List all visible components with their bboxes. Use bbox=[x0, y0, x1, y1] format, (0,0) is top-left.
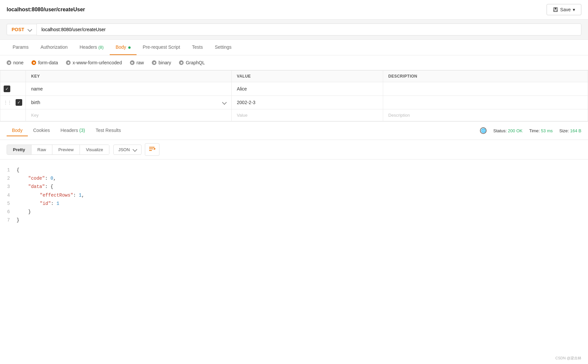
code-content-3: "data": { bbox=[17, 183, 53, 191]
response-status-bar: 🌐 Status: 200 OK Time: 53 ms Size: 164 B bbox=[480, 127, 581, 134]
url-bar: POST bbox=[0, 20, 588, 40]
radio-none[interactable]: none bbox=[7, 60, 24, 65]
code-line-2: 2 "code": 0, bbox=[3, 174, 585, 183]
tab-settings[interactable]: Settings bbox=[209, 40, 238, 55]
code-line-7: 7 } bbox=[3, 216, 585, 224]
placeholder-desc[interactable]: Description bbox=[383, 109, 588, 121]
row2-desc-cell[interactable] bbox=[383, 96, 588, 109]
row2-key-cell[interactable]: birth bbox=[26, 96, 232, 109]
row2-dropdown-icon[interactable] bbox=[222, 100, 226, 105]
tab-tests[interactable]: Tests bbox=[186, 40, 209, 55]
save-button[interactable]: Save ▾ bbox=[547, 4, 581, 15]
footer: CSDN @梁吉林 bbox=[556, 356, 581, 361]
row1-desc-cell[interactable] bbox=[383, 82, 588, 96]
tab-body[interactable]: Body bbox=[110, 40, 137, 55]
body-type-row: none form-data x-www-form-urlencoded raw… bbox=[0, 55, 588, 70]
status-label: Status: 200 OK bbox=[493, 128, 522, 133]
row1-checkbox-cell[interactable]: ✓ bbox=[0, 82, 26, 96]
row2-checkbox[interactable]: ✓ bbox=[16, 99, 22, 106]
globe-icon: 🌐 bbox=[480, 127, 487, 134]
row1-value: Alice bbox=[237, 86, 247, 91]
radio-circle-form-data bbox=[31, 60, 36, 65]
table-row: ✓ name Alice bbox=[0, 82, 588, 96]
row1-value-cell[interactable]: Alice bbox=[231, 82, 383, 96]
code-line-3: 3 "data": { bbox=[3, 183, 585, 191]
svg-rect-1 bbox=[555, 8, 557, 9]
size-value: 164 B bbox=[570, 128, 581, 133]
radio-circle-binary bbox=[152, 60, 156, 65]
headers-badge: (8) bbox=[98, 45, 104, 50]
line-num-5: 5 bbox=[3, 200, 17, 208]
response-tabs-bar: Body Cookies Headers (3) Test Results 🌐 … bbox=[0, 122, 588, 140]
response-tab-headers[interactable]: Headers (3) bbox=[55, 125, 90, 136]
body-dot-indicator bbox=[128, 46, 131, 49]
col-value: VALUE bbox=[231, 71, 383, 82]
row1-key-cell[interactable]: name bbox=[26, 82, 232, 96]
tab-params[interactable]: Params bbox=[7, 40, 34, 55]
page-title: localhost:8080/user/createUser bbox=[7, 7, 85, 13]
top-bar: localhost:8080/user/createUser Save ▾ bbox=[0, 0, 588, 20]
code-line-5: 5 "id": 1 bbox=[3, 200, 585, 208]
response-tab-test-results[interactable]: Test Results bbox=[90, 125, 126, 136]
code-line-4: 4 "effectRows": 1, bbox=[3, 191, 585, 200]
row1-checkbox[interactable]: ✓ bbox=[4, 86, 10, 92]
row2-value-cell[interactable]: 2002-2-3 bbox=[231, 96, 383, 109]
response-tab-cookies[interactable]: Cookies bbox=[28, 125, 55, 136]
line-num-2: 2 bbox=[3, 174, 17, 183]
row2-key-dropdown-container: birth bbox=[31, 100, 226, 105]
status-value: 200 OK bbox=[508, 128, 522, 133]
response-tab-body[interactable]: Body bbox=[7, 125, 28, 136]
tab-authorization[interactable]: Authorization bbox=[34, 40, 74, 55]
line-num-3: 3 bbox=[3, 183, 17, 191]
code-content-5: "id": 1 bbox=[17, 200, 59, 208]
radio-raw[interactable]: raw bbox=[130, 60, 144, 65]
row2-checkbox-cell[interactable]: ⋮⋮ ✓ bbox=[0, 96, 26, 109]
method-chevron-icon bbox=[28, 27, 32, 32]
url-input[interactable] bbox=[36, 24, 581, 35]
line-num-1: 1 bbox=[3, 166, 17, 174]
row2-key-value: birth bbox=[31, 100, 40, 105]
save-label: Save bbox=[560, 7, 571, 12]
request-tabs-bar: Params Authorization Headers (8) Body Pr… bbox=[0, 40, 588, 55]
col-description: DESCRIPTION bbox=[383, 71, 588, 82]
json-selector-chevron-icon bbox=[133, 147, 137, 152]
line-num-6: 6 bbox=[3, 208, 17, 216]
tab-headers[interactable]: Headers (8) bbox=[74, 40, 110, 55]
topbar-chevron: ▾ bbox=[573, 7, 575, 12]
time-label: Time: 53 ms bbox=[529, 128, 553, 133]
line-num-7: 7 bbox=[3, 216, 17, 224]
method-selector[interactable]: POST bbox=[7, 24, 36, 35]
radio-circle-none bbox=[7, 60, 11, 65]
format-btn-raw[interactable]: Raw bbox=[31, 145, 52, 154]
code-line-6: 6 } bbox=[3, 208, 585, 216]
footer-text: CSDN @梁吉林 bbox=[556, 356, 581, 360]
row2-first-cell: ⋮⋮ ✓ bbox=[4, 99, 22, 106]
wrap-button[interactable] bbox=[145, 143, 159, 156]
time-value: 53 ms bbox=[541, 128, 553, 133]
radio-binary[interactable]: binary bbox=[152, 60, 171, 65]
tab-pre-request[interactable]: Pre-request Script bbox=[137, 40, 186, 55]
code-content-7: } bbox=[17, 216, 19, 224]
method-label: POST bbox=[12, 27, 24, 32]
format-btn-preview[interactable]: Preview bbox=[52, 145, 80, 154]
code-content-6: } bbox=[17, 208, 31, 216]
placeholder-key[interactable]: Key bbox=[26, 109, 232, 121]
col-key: KEY bbox=[26, 71, 232, 82]
radio-graphql[interactable]: GraphQL bbox=[179, 60, 205, 65]
col-checkbox bbox=[0, 71, 26, 82]
json-format-selector[interactable]: JSON bbox=[113, 145, 142, 155]
row1-key-value: name bbox=[31, 86, 43, 91]
response-format-bar: Pretty Raw Preview Visualize JSON bbox=[0, 140, 588, 159]
radio-x-www[interactable]: x-www-form-urlencoded bbox=[66, 60, 122, 65]
form-data-table: KEY VALUE DESCRIPTION ✓ name Alice ⋮⋮ ✓ bbox=[0, 70, 588, 121]
radio-circle-x-www bbox=[66, 60, 71, 65]
size-label: Size: 164 B bbox=[559, 128, 581, 133]
line-num-4: 4 bbox=[3, 191, 17, 200]
radio-form-data[interactable]: form-data bbox=[31, 60, 58, 65]
response-tabs-left: Body Cookies Headers (3) Test Results bbox=[7, 125, 126, 136]
row2-value: 2002-2-3 bbox=[237, 100, 256, 105]
format-btn-pretty[interactable]: Pretty bbox=[7, 145, 31, 154]
format-btn-visualize[interactable]: Visualize bbox=[80, 145, 109, 154]
placeholder-row: Key Value Description bbox=[0, 109, 588, 121]
placeholder-value[interactable]: Value bbox=[231, 109, 383, 121]
